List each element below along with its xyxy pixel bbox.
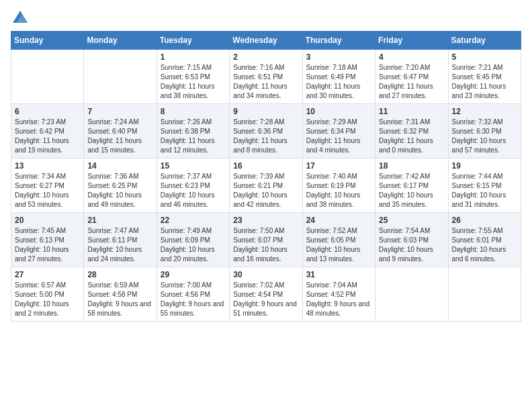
- calendar-cell: 24Sunrise: 7:52 AMSunset: 6:05 PMDayligh…: [302, 213, 375, 267]
- calendar-week-row: 20Sunrise: 7:45 AMSunset: 6:13 PMDayligh…: [11, 213, 521, 267]
- day-number: 18: [379, 161, 444, 171]
- day-info: Sunrise: 7:18 AMSunset: 6:49 PMDaylight:…: [306, 63, 371, 101]
- day-info: Sunrise: 7:16 AMSunset: 6:51 PMDaylight:…: [233, 63, 298, 101]
- calendar-cell: 26Sunrise: 7:55 AMSunset: 6:01 PMDayligh…: [448, 213, 521, 267]
- calendar-week-row: 27Sunrise: 6:57 AMSunset: 5:00 PMDayligh…: [11, 267, 521, 322]
- day-info: Sunrise: 6:57 AMSunset: 5:00 PMDaylight:…: [15, 281, 80, 318]
- calendar-cell: [375, 267, 448, 322]
- calendar-week-row: 13Sunrise: 7:34 AMSunset: 6:27 PMDayligh…: [11, 158, 521, 213]
- day-info: Sunrise: 7:47 AMSunset: 6:11 PMDaylight:…: [87, 226, 152, 264]
- day-info: Sunrise: 7:50 AMSunset: 6:07 PMDaylight:…: [233, 226, 298, 264]
- calendar-cell: 11Sunrise: 7:31 AMSunset: 6:32 PMDayligh…: [375, 104, 448, 158]
- logo-icon: [13, 11, 28, 23]
- day-info: Sunrise: 7:49 AMSunset: 6:09 PMDaylight:…: [161, 226, 226, 264]
- header: [11, 11, 521, 23]
- calendar-cell: [84, 50, 157, 104]
- calendar-cell: 28Sunrise: 6:59 AMSunset: 4:58 PMDayligh…: [84, 267, 157, 322]
- calendar-cell: 5Sunrise: 7:21 AMSunset: 6:45 PMDaylight…: [448, 50, 521, 104]
- day-of-week-header: Tuesday: [157, 32, 229, 50]
- day-info: Sunrise: 7:39 AMSunset: 6:21 PMDaylight:…: [233, 172, 298, 210]
- calendar-week-row: 6Sunrise: 7:23 AMSunset: 6:42 PMDaylight…: [11, 104, 521, 158]
- day-number: 8: [161, 107, 226, 116]
- calendar-week-row: 1Sunrise: 7:15 AMSunset: 6:53 PMDaylight…: [11, 50, 521, 104]
- calendar-cell: 18Sunrise: 7:42 AMSunset: 6:17 PMDayligh…: [375, 158, 448, 213]
- day-info: Sunrise: 7:55 AMSunset: 6:01 PMDaylight:…: [452, 226, 517, 264]
- day-number: 28: [87, 270, 152, 279]
- calendar-cell: 7Sunrise: 7:24 AMSunset: 6:40 PMDaylight…: [84, 104, 157, 158]
- day-info: Sunrise: 7:34 AMSunset: 6:27 PMDaylight:…: [15, 172, 80, 210]
- calendar-cell: 16Sunrise: 7:39 AMSunset: 6:21 PMDayligh…: [230, 158, 302, 213]
- day-info: Sunrise: 7:24 AMSunset: 6:40 PMDaylight:…: [87, 118, 152, 155]
- calendar-cell: 12Sunrise: 7:32 AMSunset: 6:30 PMDayligh…: [448, 104, 521, 158]
- day-number: 4: [379, 52, 444, 62]
- calendar-cell: 30Sunrise: 7:02 AMSunset: 4:54 PMDayligh…: [230, 267, 302, 322]
- day-info: Sunrise: 7:21 AMSunset: 6:45 PMDaylight:…: [452, 63, 517, 101]
- day-number: 15: [161, 161, 226, 171]
- calendar-cell: 15Sunrise: 7:37 AMSunset: 6:23 PMDayligh…: [157, 158, 229, 213]
- day-number: 27: [15, 270, 80, 279]
- day-info: Sunrise: 7:23 AMSunset: 6:42 PMDaylight:…: [15, 118, 80, 155]
- day-of-week-header: Monday: [84, 32, 157, 50]
- day-number: 7: [87, 107, 152, 116]
- day-number: 22: [161, 216, 226, 225]
- calendar-cell: 13Sunrise: 7:34 AMSunset: 6:27 PMDayligh…: [11, 158, 84, 213]
- day-info: Sunrise: 7:00 AMSunset: 4:56 PMDaylight:…: [161, 281, 226, 318]
- day-info: Sunrise: 7:36 AMSunset: 6:25 PMDaylight:…: [87, 172, 152, 210]
- day-info: Sunrise: 7:31 AMSunset: 6:32 PMDaylight:…: [379, 118, 444, 155]
- day-number: 14: [87, 161, 152, 171]
- calendar-cell: 27Sunrise: 6:57 AMSunset: 5:00 PMDayligh…: [11, 267, 84, 322]
- day-info: Sunrise: 7:15 AMSunset: 6:53 PMDaylight:…: [161, 63, 226, 101]
- day-number: 21: [87, 216, 152, 225]
- day-info: Sunrise: 7:42 AMSunset: 6:17 PMDaylight:…: [379, 172, 444, 210]
- day-info: Sunrise: 7:28 AMSunset: 6:36 PMDaylight:…: [233, 118, 298, 155]
- calendar-table: SundayMondayTuesdayWednesdayThursdayFrid…: [11, 31, 521, 322]
- calendar-cell: 29Sunrise: 7:00 AMSunset: 4:56 PMDayligh…: [157, 267, 229, 322]
- calendar-cell: 8Sunrise: 7:26 AMSunset: 6:38 PMDaylight…: [157, 104, 229, 158]
- day-number: 19: [452, 161, 517, 171]
- day-number: 23: [233, 216, 298, 225]
- day-info: Sunrise: 7:52 AMSunset: 6:05 PMDaylight:…: [306, 226, 371, 264]
- calendar-cell: [11, 50, 84, 104]
- day-number: 9: [233, 107, 298, 116]
- calendar-cell: [448, 267, 521, 322]
- day-info: Sunrise: 7:37 AMSunset: 6:23 PMDaylight:…: [161, 172, 226, 210]
- day-number: 20: [15, 216, 80, 225]
- day-info: Sunrise: 7:26 AMSunset: 6:38 PMDaylight:…: [161, 118, 226, 155]
- day-number: 11: [379, 107, 444, 116]
- calendar-cell: 3Sunrise: 7:18 AMSunset: 6:49 PMDaylight…: [302, 50, 375, 104]
- calendar-cell: 9Sunrise: 7:28 AMSunset: 6:36 PMDaylight…: [230, 104, 302, 158]
- day-info: Sunrise: 7:40 AMSunset: 6:19 PMDaylight:…: [306, 172, 371, 210]
- day-info: Sunrise: 7:04 AMSunset: 4:52 PMDaylight:…: [306, 281, 371, 318]
- day-number: 5: [452, 52, 517, 62]
- calendar-cell: 23Sunrise: 7:50 AMSunset: 6:07 PMDayligh…: [230, 213, 302, 267]
- day-of-week-header: Friday: [375, 32, 448, 50]
- day-info: Sunrise: 7:20 AMSunset: 6:47 PMDaylight:…: [379, 63, 444, 101]
- day-info: Sunrise: 7:32 AMSunset: 6:30 PMDaylight:…: [452, 118, 517, 155]
- day-number: 26: [452, 216, 517, 225]
- day-number: 17: [306, 161, 371, 171]
- calendar-cell: 1Sunrise: 7:15 AMSunset: 6:53 PMDaylight…: [157, 50, 229, 104]
- day-info: Sunrise: 7:02 AMSunset: 4:54 PMDaylight:…: [233, 281, 298, 318]
- logo: [11, 11, 28, 23]
- calendar-cell: 31Sunrise: 7:04 AMSunset: 4:52 PMDayligh…: [302, 267, 375, 322]
- calendar-cell: 10Sunrise: 7:29 AMSunset: 6:34 PMDayligh…: [302, 104, 375, 158]
- calendar-cell: 17Sunrise: 7:40 AMSunset: 6:19 PMDayligh…: [302, 158, 375, 213]
- day-of-week-header: Thursday: [302, 32, 375, 50]
- day-info: Sunrise: 7:45 AMSunset: 6:13 PMDaylight:…: [15, 226, 80, 264]
- calendar-cell: 19Sunrise: 7:44 AMSunset: 6:15 PMDayligh…: [448, 158, 521, 213]
- calendar-header-row: SundayMondayTuesdayWednesdayThursdayFrid…: [11, 32, 521, 50]
- calendar-cell: 25Sunrise: 7:54 AMSunset: 6:03 PMDayligh…: [375, 213, 448, 267]
- day-number: 1: [161, 52, 226, 62]
- calendar-cell: 2Sunrise: 7:16 AMSunset: 6:51 PMDaylight…: [230, 50, 302, 104]
- calendar-cell: 6Sunrise: 7:23 AMSunset: 6:42 PMDaylight…: [11, 104, 84, 158]
- day-number: 3: [306, 52, 371, 62]
- day-number: 10: [306, 107, 371, 116]
- day-number: 6: [15, 107, 80, 116]
- day-number: 29: [161, 270, 226, 279]
- day-info: Sunrise: 7:44 AMSunset: 6:15 PMDaylight:…: [452, 172, 517, 210]
- day-number: 24: [306, 216, 371, 225]
- day-number: 13: [15, 161, 80, 171]
- day-number: 31: [306, 270, 371, 279]
- calendar-cell: 21Sunrise: 7:47 AMSunset: 6:11 PMDayligh…: [84, 213, 157, 267]
- day-of-week-header: Saturday: [448, 32, 521, 50]
